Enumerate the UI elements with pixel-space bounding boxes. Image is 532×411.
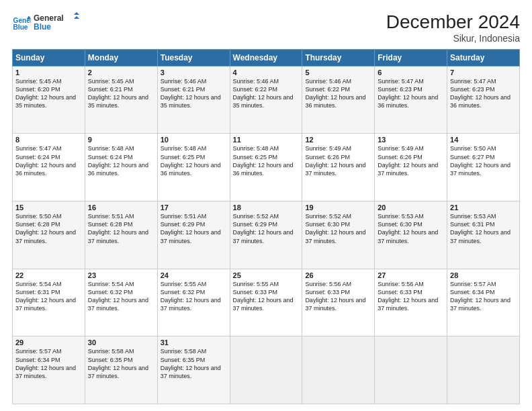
day-number: 2 [88,68,154,77]
calendar-cell: 22 Sunrise: 5:54 AMSunset: 6:31 PMDaylig… [13,269,85,336]
day-info: Sunrise: 5:48 AMSunset: 6:25 PMDaylight:… [233,145,294,176]
calendar-cell: 3 Sunrise: 5:46 AMSunset: 6:21 PMDayligh… [157,66,230,134]
svg-text:Blue: Blue [13,24,28,31]
logo-icon: General Blue [12,15,31,34]
calendar-cell: 12 Sunrise: 5:49 AMSunset: 6:26 PMDaylig… [302,134,375,201]
weekday-header: Sunday [13,49,85,66]
day-number: 31 [161,338,227,347]
logo-wordmark: General Blue [34,12,81,34]
day-info: Sunrise: 5:45 AMSunset: 6:21 PMDaylight:… [88,78,148,109]
calendar-cell: 15 Sunrise: 5:50 AMSunset: 6:28 PMDaylig… [13,201,85,269]
calendar-cell: 29 Sunrise: 5:57 AMSunset: 6:34 PMDaylig… [13,336,85,404]
calendar-body: 1 Sunrise: 5:45 AMSunset: 6:20 PMDayligh… [13,66,520,404]
calendar-cell: 1 Sunrise: 5:45 AMSunset: 6:20 PMDayligh… [13,66,85,134]
day-info: Sunrise: 5:51 AMSunset: 6:28 PMDaylight:… [88,213,148,244]
day-number: 5 [305,68,371,77]
day-info: Sunrise: 5:48 AMSunset: 6:25 PMDaylight:… [161,145,221,176]
day-info: Sunrise: 5:56 AMSunset: 6:33 PMDaylight:… [378,281,438,312]
day-info: Sunrise: 5:47 AMSunset: 6:23 PMDaylight:… [378,78,438,109]
day-info: Sunrise: 5:53 AMSunset: 6:30 PMDaylight:… [378,213,438,244]
day-number: 11 [233,136,300,144]
day-info: Sunrise: 5:51 AMSunset: 6:29 PMDaylight:… [161,213,221,244]
calendar-cell: 28 Sunrise: 5:57 AMSunset: 6:34 PMDaylig… [447,269,520,336]
day-info: Sunrise: 5:58 AMSunset: 6:35 PMDaylight:… [161,348,221,379]
day-info: Sunrise: 5:52 AMSunset: 6:30 PMDaylight:… [305,213,365,244]
day-info: Sunrise: 5:45 AMSunset: 6:20 PMDaylight:… [15,78,76,109]
day-number: 12 [305,136,371,144]
day-number: 3 [161,68,227,77]
calendar-cell: 2 Sunrise: 5:45 AMSunset: 6:21 PMDayligh… [85,66,157,134]
calendar-cell: 9 Sunrise: 5:48 AMSunset: 6:24 PMDayligh… [85,134,157,201]
day-info: Sunrise: 5:58 AMSunset: 6:35 PMDaylight:… [88,348,148,379]
day-info: Sunrise: 5:56 AMSunset: 6:33 PMDaylight:… [305,281,365,312]
calendar-table: SundayMondayTuesdayWednesdayThursdayFrid… [12,49,520,404]
day-number: 26 [305,271,371,279]
calendar-header: SundayMondayTuesdayWednesdayThursdayFrid… [13,49,520,66]
day-info: Sunrise: 5:48 AMSunset: 6:24 PMDaylight:… [88,145,148,176]
calendar-cell: 6 Sunrise: 5:47 AMSunset: 6:23 PMDayligh… [375,66,447,134]
day-number: 27 [378,271,444,279]
day-number: 9 [88,136,154,144]
day-number: 15 [15,203,82,212]
calendar-cell: 13 Sunrise: 5:49 AMSunset: 6:26 PMDaylig… [375,134,447,201]
day-info: Sunrise: 5:49 AMSunset: 6:26 PMDaylight:… [305,145,365,176]
calendar-cell: 21 Sunrise: 5:53 AMSunset: 6:31 PMDaylig… [447,201,520,269]
day-number: 10 [161,136,227,144]
day-info: Sunrise: 5:53 AMSunset: 6:31 PMDaylight:… [450,213,511,244]
weekday-header: Monday [85,49,157,66]
header: General Blue General Blue December 2024 … [12,12,520,44]
day-info: Sunrise: 5:47 AMSunset: 6:24 PMDaylight:… [15,145,76,176]
day-info: Sunrise: 5:50 AMSunset: 6:27 PMDaylight:… [450,145,511,176]
day-number: 22 [15,271,82,279]
svg-marker-6 [74,16,79,19]
day-info: Sunrise: 5:55 AMSunset: 6:32 PMDaylight:… [161,281,221,312]
calendar-cell [230,336,302,404]
calendar-cell: 7 Sunrise: 5:47 AMSunset: 6:23 PMDayligh… [447,66,520,134]
day-number: 13 [378,136,444,144]
calendar-subtitle: Sikur, Indonesia [386,33,520,44]
svg-marker-5 [74,12,79,15]
day-number: 21 [450,203,517,212]
day-number: 8 [15,136,82,144]
weekday-header: Thursday [302,49,375,66]
day-info: Sunrise: 5:46 AMSunset: 6:22 PMDaylight:… [305,78,365,109]
calendar-cell: 16 Sunrise: 5:51 AMSunset: 6:28 PMDaylig… [85,201,157,269]
weekday-header: Friday [375,49,447,66]
calendar-cell [447,336,520,404]
day-info: Sunrise: 5:52 AMSunset: 6:29 PMDaylight:… [233,213,294,244]
day-info: Sunrise: 5:47 AMSunset: 6:23 PMDaylight:… [450,78,511,109]
day-number: 14 [450,136,517,144]
page: General Blue General Blue December 2024 … [0,0,532,411]
calendar-cell: 11 Sunrise: 5:48 AMSunset: 6:25 PMDaylig… [230,134,302,201]
weekday-header: Tuesday [157,49,230,66]
calendar-cell: 31 Sunrise: 5:58 AMSunset: 6:35 PMDaylig… [157,336,230,404]
day-info: Sunrise: 5:49 AMSunset: 6:26 PMDaylight:… [378,145,438,176]
calendar-cell: 5 Sunrise: 5:46 AMSunset: 6:22 PMDayligh… [302,66,375,134]
day-number: 17 [161,203,227,212]
calendar-cell: 14 Sunrise: 5:50 AMSunset: 6:27 PMDaylig… [447,134,520,201]
day-number: 30 [88,338,154,347]
day-info: Sunrise: 5:54 AMSunset: 6:32 PMDaylight:… [88,281,148,312]
svg-text:Blue: Blue [34,22,51,32]
calendar-cell: 23 Sunrise: 5:54 AMSunset: 6:32 PMDaylig… [85,269,157,336]
logo: General Blue General Blue [12,12,81,36]
day-info: Sunrise: 5:55 AMSunset: 6:33 PMDaylight:… [233,281,294,312]
day-number: 28 [450,271,517,279]
day-info: Sunrise: 5:50 AMSunset: 6:28 PMDaylight:… [15,213,76,244]
day-number: 18 [233,203,300,212]
weekday-header: Saturday [447,49,520,66]
weekday-header: Wednesday [230,49,302,66]
calendar-cell: 8 Sunrise: 5:47 AMSunset: 6:24 PMDayligh… [13,134,85,201]
svg-text:General: General [34,13,64,23]
title-block: December 2024 Sikur, Indonesia [386,12,520,44]
calendar-cell: 26 Sunrise: 5:56 AMSunset: 6:33 PMDaylig… [302,269,375,336]
calendar-cell: 24 Sunrise: 5:55 AMSunset: 6:32 PMDaylig… [157,269,230,336]
day-number: 29 [15,338,82,347]
day-info: Sunrise: 5:46 AMSunset: 6:22 PMDaylight:… [233,78,294,109]
day-number: 16 [88,203,154,212]
calendar-cell: 4 Sunrise: 5:46 AMSunset: 6:22 PMDayligh… [230,66,302,134]
calendar-title: December 2024 [386,12,520,33]
day-info: Sunrise: 5:54 AMSunset: 6:31 PMDaylight:… [15,281,76,312]
calendar-cell: 10 Sunrise: 5:48 AMSunset: 6:25 PMDaylig… [157,134,230,201]
calendar-cell: 19 Sunrise: 5:52 AMSunset: 6:30 PMDaylig… [302,201,375,269]
